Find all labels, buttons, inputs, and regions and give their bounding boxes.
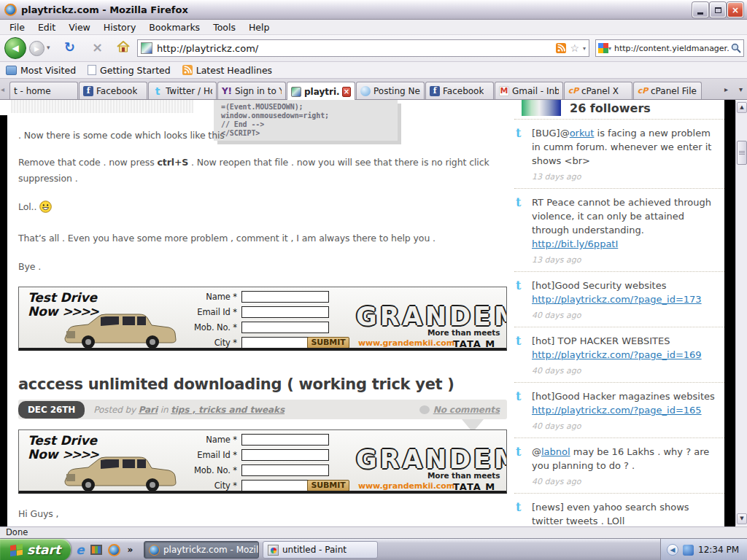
cpanel-icon: cP	[568, 86, 578, 96]
ad-mobile-field[interactable]	[241, 322, 329, 333]
menu-file[interactable]: File	[3, 20, 31, 34]
ad-name-field[interactable]	[241, 291, 329, 303]
scrollbar-thumb[interactable]	[737, 141, 747, 165]
ad-field-label: Email Id *	[187, 450, 241, 460]
tab-facebook-1[interactable]: f Facebook	[79, 82, 147, 99]
avatar	[522, 100, 561, 116]
ad-banner-top[interactable]: Test Drive Now >>>> Name *	[18, 287, 507, 351]
twitter-bird-icon: t	[516, 195, 532, 267]
smiley-icon	[39, 201, 52, 218]
tweet-link[interactable]: labnol	[541, 446, 570, 457]
twitter-bird-icon: t	[516, 126, 532, 184]
paragraph-remove-code: Remove that code . now press ctrl+S . No…	[18, 155, 496, 187]
restore-button[interactable]	[710, 2, 726, 18]
google-search-engine-icon[interactable]	[598, 43, 608, 53]
tab-gmail[interactable]: M Gmail - Inbo...	[495, 82, 563, 99]
firefox-quicklaunch-icon[interactable]	[108, 544, 120, 556]
paragraph-hi-guys: Hi Guys ,	[18, 506, 496, 522]
menu-tools[interactable]: Tools	[206, 20, 242, 34]
close-button[interactable]: ×	[727, 2, 743, 18]
tab-cpanel-file[interactable]: cP cPanel File ...	[633, 82, 702, 99]
ad-field-label: Name *	[187, 292, 241, 302]
list-all-tabs-icon[interactable]: ▾	[739, 85, 743, 93]
rss-feed-icon[interactable]	[556, 43, 566, 53]
tweet-link[interactable]: orkut	[570, 128, 595, 139]
menu-help[interactable]: Help	[242, 20, 276, 34]
ad-name-field[interactable]	[241, 434, 329, 446]
menu-history[interactable]: History	[97, 20, 142, 34]
ad-submit-button[interactable]: SUBMIT	[307, 337, 349, 349]
site-favicon	[141, 42, 152, 54]
tray-hide-icons-icon[interactable]: ◀	[667, 544, 678, 556]
tab-facebook-2[interactable]: f Facebook	[425, 82, 494, 99]
tweet-link[interactable]: http://playtrickz.com/?page_id=169	[532, 349, 702, 360]
tab-twitter[interactable]: t Twitter / Ho...	[148, 82, 217, 99]
twitter-icon: t	[152, 86, 163, 96]
tweet-link[interactable]: http://playtrickz.com/?page_id=173	[532, 294, 702, 305]
menu-bookmarks[interactable]: Bookmarks	[142, 20, 206, 34]
tab-yahoo[interactable]: Y! Sign in to Ya...	[217, 82, 286, 99]
minimize-button[interactable]	[692, 2, 708, 18]
stop-icon[interactable]: ×	[92, 39, 103, 55]
tab-close-icon[interactable]: ×	[342, 87, 351, 97]
search-input[interactable]	[614, 44, 731, 53]
home-icon[interactable]	[117, 41, 130, 55]
tweet-timestamp: 13 days ago	[532, 253, 716, 267]
internet-explorer-icon[interactable]: e	[76, 542, 85, 557]
history-dropdown-icon[interactable]: ▾	[47, 44, 50, 51]
ad-banner-bottom[interactable]: Test Drive Now >>>> Name *	[18, 429, 507, 494]
ad-submit-button[interactable]: SUBMIT	[307, 480, 349, 491]
bookmark-latest-headlines[interactable]: Latest Headlines	[182, 65, 272, 76]
url-dropdown-icon[interactable]: ▾	[583, 45, 586, 52]
rss-icon	[182, 65, 193, 75]
tata-logo-text: TATA M	[453, 481, 495, 492]
tata-logo-text: TATA M	[453, 338, 495, 349]
bookmark-star-icon[interactable]: ☆	[570, 43, 579, 53]
twitter-bird-icon: t	[516, 445, 532, 489]
tray-network-icon[interactable]	[683, 545, 694, 556]
search-magnifier-icon[interactable]	[731, 43, 741, 53]
tweet-link[interactable]: http://playtrickz.com/?page_id=165	[532, 405, 702, 416]
quick-launch-overflow-icon[interactable]: »	[128, 545, 133, 555]
tab-scroll-right-icon[interactable]: ▸	[724, 85, 728, 93]
ad-email-field[interactable]	[241, 449, 329, 461]
twitter-bird-icon: t	[516, 500, 532, 526]
status-bar: Done	[0, 526, 747, 538]
taskbar-button-paint[interactable]: untitled - Paint	[263, 541, 378, 559]
author-link[interactable]: Pari	[139, 405, 158, 415]
tab-posting-new[interactable]: Posting New...	[356, 82, 425, 99]
menu-edit[interactable]: Edit	[31, 20, 62, 34]
ad-site-link[interactable]: www.grandemkii.com	[358, 338, 454, 348]
tab-home[interactable]: t - home	[9, 82, 78, 99]
ad-brand-text: GRANDEM	[356, 445, 507, 474]
category-link[interactable]: tips , tricks and tweaks	[171, 405, 285, 415]
bookmark-most-visited[interactable]: Most Visited	[6, 65, 76, 76]
scroll-up-icon[interactable]: ▲	[737, 102, 747, 113]
tab-scroll-left-icon[interactable]: ◂	[1, 85, 4, 93]
tab-playtrickz-active[interactable]: playtri... ×	[287, 82, 355, 101]
playtrickz-favicon	[291, 87, 301, 97]
post-title[interactable]: acccess unlimited downloading ( working …	[18, 376, 511, 393]
firefox-app-icon	[4, 4, 17, 16]
ad-email-field[interactable]	[241, 306, 329, 318]
media-player-icon[interactable]	[90, 545, 102, 555]
menu-view[interactable]: View	[62, 20, 97, 34]
ad-field-label: City *	[187, 338, 241, 348]
taskbar-button-firefox[interactable]: playtrickz.com - Mozill...	[144, 541, 259, 559]
reload-icon[interactable]: ↻	[64, 39, 75, 55]
bookmark-getting-started[interactable]: Getting Started	[88, 65, 171, 76]
url-input[interactable]	[157, 43, 556, 54]
twitter-header: 26 followers	[514, 100, 724, 120]
scroll-down-icon[interactable]: ▼	[737, 513, 747, 524]
ad-site-link[interactable]: www.grandemkii.com	[358, 481, 454, 491]
forward-button[interactable]: ▶	[29, 41, 44, 56]
back-button[interactable]: ◀	[4, 37, 26, 59]
start-button[interactable]: start	[0, 539, 71, 560]
ad-mobile-field[interactable]	[241, 464, 329, 476]
no-comments-link[interactable]: No comments	[433, 405, 500, 415]
tweet-link[interactable]: http://bit.ly/6ppatI	[532, 238, 618, 249]
tab-cpanel-x[interactable]: cP cPanel X	[564, 82, 632, 99]
search-engine-dropdown-icon[interactable]: ▾	[608, 45, 611, 52]
vertical-scrollbar[interactable]: ▲ ▼	[735, 101, 747, 526]
twitter-bird-icon: t	[516, 334, 532, 378]
